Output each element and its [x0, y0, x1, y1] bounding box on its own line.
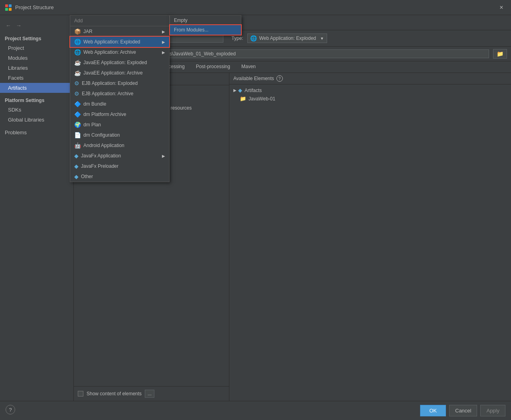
help-button[interactable]: ?	[6, 405, 15, 414]
ejb-exploded-label: EJB Application: Exploded	[82, 80, 138, 86]
ejb-archive-label: EJB Application: Archive	[82, 91, 133, 96]
forward-arrow[interactable]: →	[14, 22, 23, 29]
sidebar-item-modules[interactable]: Modules	[0, 53, 73, 63]
dm-platform-icon: 🔷	[74, 111, 81, 118]
dropdown-item-jar[interactable]: 📦 JAR ▶	[70, 26, 169, 37]
javaee-exploded-label: JavaEE Application: Exploded	[83, 60, 147, 65]
web-exploded-submenu: Empty From Modules...	[170, 15, 241, 35]
dropdown-item-web-exploded[interactable]: 🌐 Web Application: Exploded ▶	[70, 37, 169, 47]
ejb-exploded-icon: ⚙	[74, 80, 79, 86]
web-exploded-arrow: ▶	[162, 40, 165, 44]
android-label: Android Application	[83, 143, 124, 148]
add-dropdown: Add 📦 JAR ▶ 🌐 Web Application: Exploded …	[70, 15, 170, 182]
available-content: ▶ ◆ Artifacts 📁 JavaWeb-01	[229, 84, 511, 401]
output-browse-button[interactable]: 📁	[493, 49, 507, 59]
dm-plan-label: dm Plan	[83, 122, 101, 128]
artifacts-expand-arrow: ▶	[233, 88, 237, 92]
apply-button[interactable]: Apply	[480, 405, 505, 416]
sidebar-item-sdks[interactable]: SDKs	[0, 105, 73, 115]
javaweb-folder-icon: 📁	[240, 96, 246, 102]
sidebar: ← → Project Settings Project Modules Lib…	[0, 15, 74, 401]
dm-config-icon: 📄	[74, 132, 81, 138]
dropdown-item-android[interactable]: 🤖 Android Application	[70, 140, 169, 151]
dropdown-item-dm-bundle[interactable]: 🔷 dm Bundle	[70, 99, 169, 109]
svg-rect-3	[9, 8, 12, 11]
sidebar-item-global-libraries[interactable]: Global Libraries	[0, 115, 73, 125]
jar-arrow: ▶	[162, 29, 165, 34]
javafx-preloader-label: JavaFx Preloader	[81, 163, 118, 169]
javaee-archive-label: JavaEE Application: Archive	[83, 70, 143, 76]
sidebar-item-artifacts[interactable]: Artifacts	[0, 83, 73, 93]
dropdown-item-javaee-exploded[interactable]: ☕ JavaEE Application: Exploded	[70, 57, 169, 68]
dropdown-item-ejb-exploded[interactable]: ⚙ EJB Application: Exploded	[70, 78, 169, 88]
type-label: Type:	[231, 35, 243, 41]
android-icon: 🤖	[74, 142, 81, 149]
dropdown-item-javafx-preloader[interactable]: ◆ JavaFx Preloader	[70, 161, 169, 171]
available-header: Available Elements ?	[229, 73, 511, 84]
jar-label: JAR	[83, 29, 93, 34]
ok-button[interactable]: OK	[420, 405, 446, 416]
dm-config-label: dm Configuration	[83, 132, 120, 138]
other-label: Other	[81, 174, 93, 179]
type-select[interactable]: 🌐 Web Application: Exploded ▼	[247, 33, 327, 43]
dm-platform-label: dm Platform Archive	[83, 112, 126, 117]
dropdown-item-javaee-archive[interactable]: ☕ JavaEE Application: Archive	[70, 68, 169, 78]
web-archive-label: Web Application: Archive	[83, 49, 136, 55]
show-content-label: Show content of elements	[87, 391, 142, 396]
avail-item-javaweb[interactable]: 📁 JavaWeb-01	[229, 94, 511, 103]
show-content-checkbox[interactable]	[78, 391, 83, 396]
output-path-input[interactable]	[117, 49, 489, 58]
sidebar-item-project[interactable]: Project	[0, 43, 73, 53]
type-dropdown-arrow: ▼	[320, 36, 324, 41]
dropdown-item-web-archive[interactable]: 🌐 Web Application: Archive ▶	[70, 47, 169, 57]
svg-rect-1	[9, 4, 12, 7]
javafx-arrow: ▶	[162, 154, 165, 158]
sidebar-item-facets[interactable]: Facets	[0, 73, 73, 83]
tab-post-processing[interactable]: Post-processing	[190, 61, 236, 73]
sub-item-from-modules[interactable]: From Modules...	[170, 25, 241, 35]
cancel-button[interactable]: Cancel	[449, 405, 477, 416]
project-structure-dialog: Project Structure × ← → Project Settings…	[0, 0, 511, 420]
javafx-icon: ◆	[74, 153, 79, 159]
artifacts-label: Artifacts	[245, 88, 262, 93]
web-exploded-icon: 🌐	[74, 39, 81, 45]
svg-rect-0	[5, 4, 8, 7]
project-settings-title: Project Settings	[0, 33, 73, 43]
close-button[interactable]: ×	[497, 3, 506, 12]
dropdown-item-dm-plan[interactable]: 🌍 dm Plan	[70, 120, 169, 130]
app-icon	[5, 4, 12, 11]
web-exploded-label: Web Application: Exploded	[83, 39, 140, 45]
dropdown-item-dm-platform[interactable]: 🔷 dm Platform Archive	[70, 109, 169, 120]
dm-plan-icon: 🌍	[74, 122, 81, 128]
nav-arrows: ← →	[0, 18, 73, 33]
back-arrow[interactable]: ←	[4, 22, 13, 29]
ejb-archive-icon: ⚙	[74, 90, 79, 97]
sidebar-item-problems[interactable]: Problems	[0, 126, 73, 139]
other-icon: ◆	[74, 173, 79, 180]
dropdown-item-dm-config[interactable]: 📄 dm Configuration	[70, 130, 169, 140]
show-content-row: Show content of elements ...	[74, 386, 229, 401]
svg-rect-2	[5, 8, 8, 11]
javaee-archive-icon: ☕	[74, 70, 81, 76]
dropdown-item-javafx[interactable]: ◆ JavaFx Application ▶	[70, 151, 169, 161]
available-help-button[interactable]: ?	[276, 75, 283, 82]
title-bar: Project Structure ×	[0, 0, 511, 15]
tab-maven[interactable]: Maven	[236, 61, 261, 73]
bottom-bar: OK Cancel Apply	[0, 401, 511, 420]
sub-item-empty[interactable]: Empty	[170, 16, 241, 25]
available-title: Available Elements	[233, 76, 274, 81]
dropdown-item-other[interactable]: ◆ Other	[70, 171, 169, 182]
show-content-options-button[interactable]: ...	[145, 390, 154, 398]
avail-item-artifacts[interactable]: ▶ ◆ Artifacts	[229, 86, 511, 94]
available-elements-panel: Available Elements ? ▶ ◆ Artifacts 📁 Jav…	[229, 73, 511, 401]
javafx-preloader-icon: ◆	[74, 163, 79, 169]
type-icon: 🌐	[250, 35, 257, 41]
dropdown-header: Add	[70, 16, 169, 26]
title-bar-text: Project Structure	[15, 4, 497, 10]
artifacts-icon: ◆	[238, 87, 242, 93]
javaweb-label: JavaWeb-01	[249, 96, 275, 102]
sidebar-item-libraries[interactable]: Libraries	[0, 63, 73, 73]
web-archive-icon: 🌐	[74, 49, 81, 55]
type-value: Web Application: Exploded	[259, 35, 316, 41]
dropdown-item-ejb-archive[interactable]: ⚙ EJB Application: Archive	[70, 88, 169, 99]
